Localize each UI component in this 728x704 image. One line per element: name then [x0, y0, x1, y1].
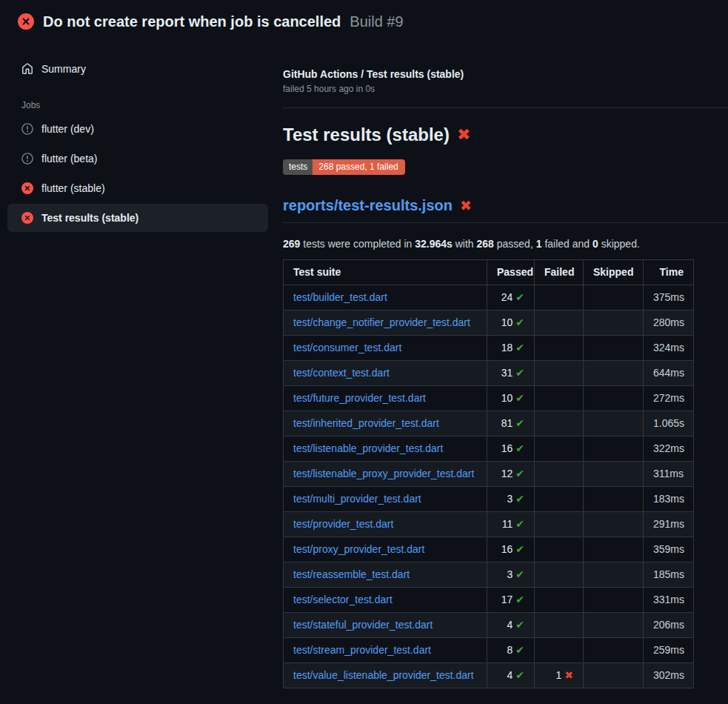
table-row: test/stateful_provider_test.dart 4✔ ✖ 20…	[284, 613, 694, 638]
test-suite-link[interactable]: test/selector_test.dart	[293, 594, 393, 605]
test-suite-link[interactable]: test/stateful_provider_test.dart	[293, 619, 433, 631]
passed-cell: 10✔	[487, 311, 535, 336]
col-header-skipped: Skipped	[584, 260, 644, 285]
time-cell: 322ms	[644, 436, 694, 462]
test-suite-link[interactable]: test/provider_test.dart	[293, 518, 393, 530]
sidebar-item-label: flutter (stable)	[41, 182, 105, 194]
table-row: test/future_provider_test.dart 10✔ ✖ 272…	[284, 386, 694, 411]
test-suite-link[interactable]: test/inherited_provider_test.dart	[293, 417, 439, 429]
test-suite-link[interactable]: test/listenable_provider_test.dart	[293, 442, 443, 454]
skipped-cell	[584, 663, 644, 688]
passed-cell: 4✔	[487, 613, 535, 638]
report-file-link[interactable]: reports/test-results.json	[283, 197, 453, 214]
badge-value: 268 passed, 1 failed	[313, 159, 404, 175]
table-row: test/builder_test.dart 24✔ ✖ 375ms	[284, 285, 694, 311]
time-cell: 291ms	[644, 512, 694, 537]
sidebar-item-flutter-stable[interactable]: flutter (stable)	[7, 174, 268, 202]
table-row: test/value_listenable_provider_test.dart…	[284, 663, 694, 688]
time-cell: 359ms	[644, 537, 694, 562]
failed-circle-icon	[21, 182, 33, 194]
time-cell: 1.065s	[644, 411, 694, 436]
check-icon: ✔	[515, 342, 524, 353]
passed-cell: 16✔	[487, 537, 535, 562]
skipped-cell	[584, 386, 644, 411]
table-row: test/provider_test.dart 11✔ ✖ 291ms	[284, 512, 694, 537]
breadcrumb: GitHub Actions / Test results (stable)	[283, 68, 728, 80]
time-cell: 644ms	[644, 361, 694, 386]
table-header-row: Test suite Passed Failed Skipped Time	[284, 260, 694, 285]
passed-cell: 8✔	[487, 638, 535, 663]
test-suite-link[interactable]: test/reassemble_test.dart	[293, 568, 410, 580]
test-suite-link[interactable]: test/future_provider_test.dart	[293, 392, 426, 404]
skipped-cell	[584, 537, 644, 562]
sidebar-item-flutter-beta[interactable]: flutter (beta)	[7, 145, 268, 173]
skipped-cell	[584, 487, 644, 512]
check-icon: ✔	[515, 291, 524, 303]
failed-cell: ✖	[535, 537, 584, 562]
time-cell: 280ms	[644, 311, 694, 336]
passed-cell: 18✔	[487, 336, 535, 361]
check-icon: ✔	[515, 669, 524, 681]
passed-cell: 3✔	[487, 487, 535, 512]
failed-cell: ✖	[535, 562, 584, 588]
time-cell: 375ms	[644, 285, 694, 311]
passed-cell: 3✔	[487, 562, 535, 588]
passed-cell: 24✔	[487, 285, 535, 311]
col-header-time: Time	[644, 260, 694, 285]
test-suite-link[interactable]: test/builder_test.dart	[293, 291, 387, 303]
failed-cell: ✖	[535, 588, 584, 613]
test-suite-link[interactable]: test/stream_provider_test.dart	[293, 644, 431, 656]
time-cell: 206ms	[644, 613, 694, 638]
sidebar-item-test-results-stable[interactable]: Test results (stable)	[7, 204, 268, 232]
time-cell: 311ms	[644, 462, 694, 487]
cross-mark-icon: ✖	[457, 125, 470, 145]
sidebar-item-flutter-dev[interactable]: flutter (dev)	[7, 115, 268, 143]
duration-value: 32.964s	[415, 238, 453, 250]
test-suite-link[interactable]: test/multi_provider_test.dart	[293, 493, 421, 505]
test-suite-link[interactable]: test/consumer_test.dart	[293, 342, 401, 353]
failed-cell: 1✖	[535, 663, 584, 688]
failed-cell: ✖	[535, 436, 584, 462]
failed-cell: ✖	[535, 512, 584, 537]
time-cell: 324ms	[644, 336, 694, 361]
time-cell: 331ms	[644, 588, 694, 613]
failed-cell: ✖	[535, 487, 584, 512]
skipped-cell	[584, 512, 644, 537]
table-row: test/proxy_provider_test.dart 16✔ ✖ 359m…	[284, 537, 694, 562]
skipped-cell	[584, 285, 644, 311]
build-number: Build #9	[350, 13, 403, 30]
passed-count: 268	[477, 238, 494, 250]
test-suite-link[interactable]: test/change_notifier_provider_test.dart	[293, 316, 470, 328]
failed-cell: ✖	[535, 285, 584, 311]
table-row: test/listenable_proxy_provider_test.dart…	[284, 462, 694, 487]
table-row: test/reassemble_test.dart 3✔ ✖ 185ms	[284, 562, 694, 588]
time-cell: 272ms	[644, 386, 694, 411]
summary-label: Summary	[41, 63, 86, 75]
skipped-cell	[584, 411, 644, 436]
test-suite-link[interactable]: test/listenable_proxy_provider_test.dart	[293, 468, 474, 479]
test-suite-link[interactable]: test/context_test.dart	[293, 367, 390, 379]
workflow-run-title: Do not create report when job is cancell…	[43, 13, 341, 30]
failed-cell: ✖	[535, 411, 584, 436]
passed-cell: 10✔	[487, 386, 535, 411]
failed-cell: ✖	[535, 462, 584, 487]
sidebar-item-label: Test results (stable)	[41, 212, 138, 224]
skipped-cell	[584, 613, 644, 638]
test-suite-link[interactable]: test/value_listenable_provider_test.dart	[293, 669, 474, 681]
skipped-cell	[584, 436, 644, 462]
passed-cell: 16✔	[487, 436, 535, 462]
badge-label: tests	[283, 159, 313, 175]
sidebar-item-summary[interactable]: Summary	[7, 58, 268, 80]
passed-cell: 81✔	[487, 411, 535, 436]
skipped-cell	[584, 462, 644, 487]
failed-circle-icon	[18, 13, 34, 30]
test-suite-link[interactable]: test/proxy_provider_test.dart	[293, 543, 424, 555]
skipped-cell	[584, 311, 644, 336]
section-title: Test results (stable) ✖	[283, 124, 728, 145]
run-status-line: failed 5 hours ago in 0s	[283, 84, 728, 94]
time-cell: 259ms	[644, 638, 694, 663]
failed-count: 1	[536, 238, 542, 250]
skipped-cell	[584, 361, 644, 386]
failed-circle-icon	[21, 212, 33, 224]
test-results-body: test/builder_test.dart 24✔ ✖ 375ms test/…	[284, 285, 694, 688]
